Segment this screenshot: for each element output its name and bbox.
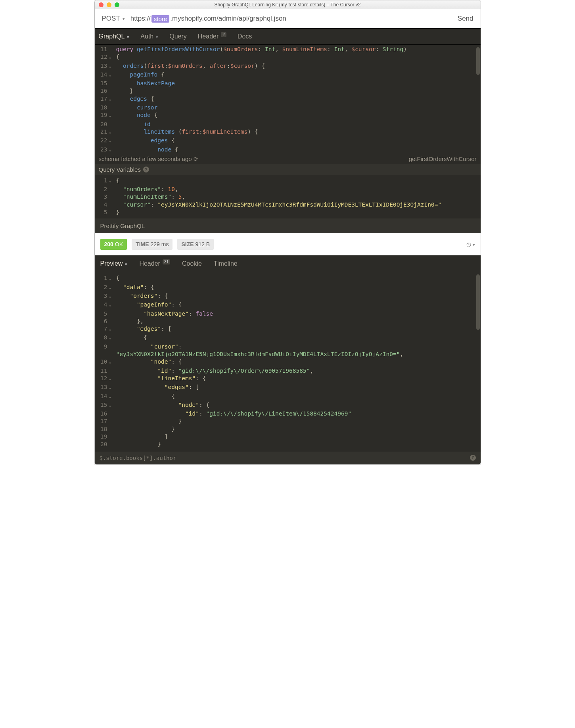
line-number: 13 xyxy=(97,62,109,71)
tab-preview[interactable]: Preview xyxy=(100,260,128,267)
tab-query[interactable]: Query xyxy=(169,33,187,40)
traffic-lights xyxy=(95,2,119,7)
fold-icon[interactable]: ▾ xyxy=(109,274,115,283)
minimize-icon[interactable] xyxy=(107,2,111,7)
code-line: 11query getFirstOrdersWithCursor($numOrd… xyxy=(97,46,481,53)
fold-icon[interactable]: ▾ xyxy=(109,128,115,137)
code-line: 17▾ edges { xyxy=(97,95,481,104)
fold-icon[interactable]: ▾ xyxy=(109,401,115,410)
code-content: edges { xyxy=(115,137,175,146)
help-icon[interactable]: ? xyxy=(143,167,149,172)
code-line: 5} xyxy=(97,209,481,216)
line-number: 15 xyxy=(97,401,109,410)
method-label: POST xyxy=(102,15,120,23)
line-number xyxy=(97,351,109,358)
refresh-icon[interactable]: ⟳ xyxy=(194,156,198,162)
line-number: 8 xyxy=(97,334,109,343)
query-variables-label: Query Variables xyxy=(99,166,141,173)
tab-response-header[interactable]: Header 31 xyxy=(139,260,170,267)
code-content: "edges": [ xyxy=(115,325,172,334)
tab-cookie[interactable]: Cookie xyxy=(182,260,202,267)
app-window: Shopify GraphQL Learning Kit (my-test-st… xyxy=(94,0,481,465)
line-number: 4 xyxy=(97,301,109,310)
tab-graphql[interactable]: GraphQL xyxy=(99,33,130,40)
fold-icon[interactable]: ▾ xyxy=(109,393,115,401)
fold-icon[interactable]: ▾ xyxy=(109,383,115,392)
line-number: 5 xyxy=(97,209,109,216)
tab-timeline[interactable]: Timeline xyxy=(214,260,238,267)
graphql-query-editor[interactable]: 11query getFirstOrdersWithCursor($numOrd… xyxy=(95,45,481,155)
code-line: 21▾ lineItems (first:$numLineItems) { xyxy=(97,128,481,137)
tab-preview-label: Preview xyxy=(100,260,123,267)
code-content: "node": { xyxy=(115,401,210,410)
scrollbar[interactable] xyxy=(476,274,480,330)
fold-icon[interactable]: ▾ xyxy=(109,292,115,301)
url-suffix: .myshopify.com/admin/api/graphql.json xyxy=(170,15,286,23)
line-number: 16 xyxy=(97,410,109,418)
line-number: 3 xyxy=(97,193,109,201)
zoom-icon[interactable] xyxy=(115,2,119,7)
tab-timeline-label: Timeline xyxy=(214,260,238,267)
fold-icon[interactable]: ▾ xyxy=(109,325,115,334)
response-body-viewer[interactable]: 1▾{2▾ "data": {3▾ "orders": {4▾ "pageInf… xyxy=(95,272,481,451)
code-content: "node": { xyxy=(115,358,182,367)
method-dropdown[interactable]: POST xyxy=(102,15,125,23)
fold-icon[interactable]: ▾ xyxy=(109,71,115,80)
url-input[interactable]: https:// store .myshopify.com/admin/api/… xyxy=(130,15,452,23)
code-content: } xyxy=(115,441,161,448)
code-line: 4▾ "pageInfo": { xyxy=(97,301,481,310)
fold-icon xyxy=(109,201,115,209)
fold-icon[interactable]: ▾ xyxy=(109,146,115,155)
fold-icon[interactable]: ▾ xyxy=(109,111,115,120)
fold-icon[interactable]: ▾ xyxy=(109,53,115,62)
line-number: 5 xyxy=(97,310,109,318)
line-number: 19 xyxy=(97,111,109,120)
query-variables-editor[interactable]: 1▾{2 "numOrders": 10,3 "numLineItems": 5… xyxy=(95,175,481,218)
code-line: 9 "cursor": xyxy=(97,343,481,351)
code-content: "cursor": xyxy=(115,343,182,351)
tab-header[interactable]: Header 2 xyxy=(198,33,226,40)
fold-icon[interactable]: ▾ xyxy=(109,62,115,71)
code-content: } xyxy=(115,425,175,433)
fold-icon[interactable]: ▾ xyxy=(109,301,115,310)
fold-icon[interactable]: ▾ xyxy=(109,177,115,186)
fold-icon xyxy=(109,425,115,433)
tab-auth[interactable]: Auth xyxy=(140,33,158,40)
fold-icon[interactable]: ▾ xyxy=(109,137,115,146)
fold-icon xyxy=(109,209,115,216)
chevron-down-icon xyxy=(127,33,129,40)
code-content: "numLineItems": 5, xyxy=(115,193,186,201)
fold-icon xyxy=(109,87,115,95)
fold-icon[interactable]: ▾ xyxy=(109,375,115,383)
fold-icon[interactable]: ▾ xyxy=(109,95,115,104)
size-label: SIZE xyxy=(181,241,194,247)
send-button[interactable]: Send xyxy=(458,15,473,23)
fold-icon[interactable]: ▾ xyxy=(109,284,115,292)
close-icon[interactable] xyxy=(99,2,104,7)
fold-icon[interactable]: ▾ xyxy=(109,334,115,343)
prettify-button[interactable]: Prettify GraphQL xyxy=(95,218,481,233)
fold-icon[interactable]: ▾ xyxy=(109,358,115,367)
code-line: 4 "cursor": "eyJsYXN0X2lkIjo2OTA1NzE5MzU… xyxy=(97,201,481,209)
code-content: { xyxy=(115,53,120,62)
query-variables-header[interactable]: Query Variables ? xyxy=(95,164,481,175)
tab-query-label: Query xyxy=(169,33,187,40)
line-number: 2 xyxy=(97,284,109,292)
help-icon[interactable]: ? xyxy=(470,455,476,461)
jsonpath-input[interactable]: $.store.books[*].author xyxy=(100,455,176,461)
code-content: "lineItems": { xyxy=(115,375,206,383)
code-line: 17 } xyxy=(97,418,481,425)
tab-docs[interactable]: Docs xyxy=(238,33,252,40)
code-content: "eyJsYXN0X2lkIjo2OTA1NzE5Njg1ODUsImxhc3R… xyxy=(115,351,404,358)
time-value: 229 ms xyxy=(151,241,169,247)
line-number: 7 xyxy=(97,325,109,334)
fold-icon xyxy=(109,46,115,53)
code-line: "eyJsYXN0X2lkIjo2OTA1NzE5Njg1ODUsImxhc3R… xyxy=(97,351,481,358)
line-number: 14 xyxy=(97,393,109,401)
history-dropdown[interactable]: ◷ xyxy=(466,241,475,247)
code-line: 1▾{ xyxy=(97,177,481,186)
url-variable-chip[interactable]: store xyxy=(151,15,169,23)
line-number: 17 xyxy=(97,95,109,104)
code-content: id xyxy=(115,121,151,128)
scrollbar[interactable] xyxy=(476,47,480,75)
